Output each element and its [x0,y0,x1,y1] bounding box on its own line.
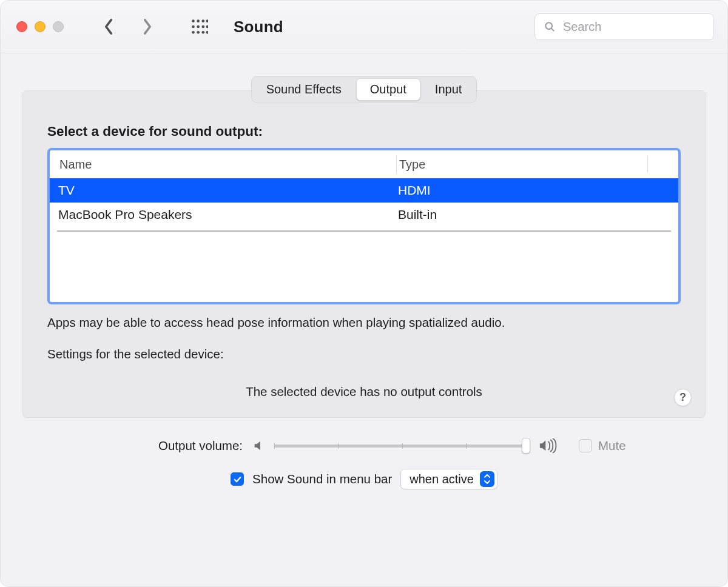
column-header-spacer [648,156,671,173]
help-button[interactable]: ? [674,389,692,406]
device-type: Built-in [398,207,670,222]
svg-point-10 [206,19,209,22]
mute-control: Mute [579,438,626,453]
svg-point-4 [192,25,195,29]
no-output-controls-text: The selected device has no output contro… [47,384,681,399]
tabs-segmented-control: Sound Effects Output Input [251,76,477,102]
column-header-name[interactable]: Name [57,156,397,173]
svg-point-9 [202,31,205,34]
output-device-table[interactable]: Name Type TV HDMI MacBook Pro Speakers B… [47,148,681,304]
search-input[interactable] [562,19,705,35]
back-button[interactable] [99,17,118,36]
svg-point-6 [202,25,205,29]
search-field-container[interactable] [534,13,714,40]
spatial-audio-note: Apps may be able to access head pose inf… [47,315,681,330]
table-row[interactable]: MacBook Pro Speakers Built-in [50,203,678,227]
table-end-divider [57,230,671,232]
mute-label: Mute [598,438,626,453]
select-value: when active [410,472,474,486]
page-title: Sound [234,18,283,36]
volume-row: Output volume: [44,438,684,453]
zoom-window-button [53,21,64,32]
preferences-body: Sound Effects Output Input Select a devi… [1,53,727,489]
output-volume-label: Output volume: [158,438,243,453]
minimize-window-button[interactable] [35,21,46,32]
section-label: Select a device for sound output: [47,124,681,139]
traffic-lights [16,21,64,32]
svg-point-2 [202,19,205,22]
svg-point-8 [197,31,200,34]
table-header: Name Type [50,150,678,178]
device-type: HDMI [398,183,670,198]
settings-label: Settings for the selected device: [47,347,681,361]
menubar-row: Show Sound in menu bar when active [44,469,684,489]
mute-checkbox[interactable] [579,439,592,452]
svg-point-7 [192,31,195,34]
sound-preferences-window: Sound Sound Effects Output Input Select … [0,0,728,587]
slider-thumb[interactable] [522,438,530,454]
titlebar: Sound [1,1,727,53]
svg-point-11 [206,25,209,29]
svg-point-1 [197,19,200,22]
footer: Output volume: [22,418,706,489]
menu-bar-visibility-select[interactable]: when active [400,469,497,489]
svg-line-14 [551,29,554,31]
device-name: MacBook Pro Speakers [58,207,398,222]
output-panel: Select a device for sound output: Name T… [22,90,706,418]
device-name: TV [58,183,398,198]
show-all-preferences-icon[interactable] [191,18,208,35]
speaker-low-icon [252,439,266,452]
tab-input[interactable]: Input [422,78,475,101]
column-header-type[interactable]: Type [397,156,648,173]
show-sound-in-menu-bar-checkbox[interactable] [231,472,244,486]
svg-point-5 [197,25,200,29]
tab-sound-effects[interactable]: Sound Effects [253,78,355,101]
show-sound-in-menu-bar-label: Show Sound in menu bar [252,472,392,486]
svg-point-0 [192,19,195,22]
table-row[interactable]: TV HDMI [50,178,678,203]
nav-buttons [99,17,157,36]
close-window-button[interactable] [16,21,27,32]
search-icon [544,21,556,33]
output-volume-slider[interactable] [274,440,530,452]
speaker-high-icon [539,438,558,453]
select-stepper-icon [480,471,494,487]
forward-button[interactable] [138,17,157,36]
svg-point-12 [206,31,209,34]
tab-output[interactable]: Output [356,78,420,101]
